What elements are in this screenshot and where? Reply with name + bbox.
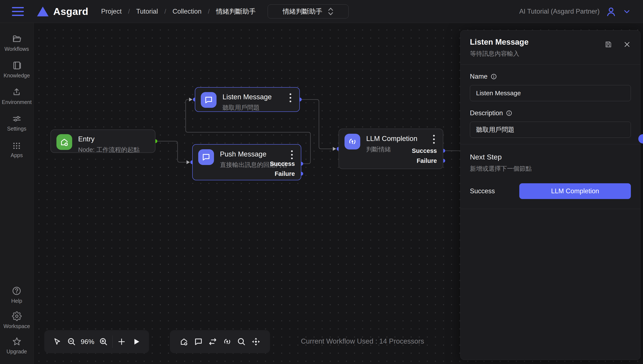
info-icon xyxy=(491,73,497,80)
sidebar-item-upgrade[interactable]: Upgrade xyxy=(7,336,27,355)
sidebar-item-workspace[interactable]: Workspace xyxy=(4,311,30,329)
message-bubble-icon xyxy=(198,149,214,165)
canvas-toolbar-zoom: 96% xyxy=(44,330,149,353)
output-label-success: Success xyxy=(270,160,295,167)
user-avatar-icon[interactable] xyxy=(605,6,617,17)
edge-entry-to-push xyxy=(155,141,186,162)
node-title: LLM Completion xyxy=(366,134,417,143)
add-entry-node-icon[interactable] xyxy=(178,336,189,347)
panel-header: Listen Message 等待訊息內容輸入 xyxy=(461,30,640,65)
add-message-node-icon[interactable] xyxy=(193,336,204,347)
node-menu-kebab-icon[interactable] xyxy=(286,93,295,103)
workflow-select[interactable]: 情緒判斷助手 xyxy=(268,4,349,18)
sidebar-item-settings[interactable]: Settings xyxy=(7,114,26,132)
breadcrumb-tutorial[interactable]: Tutorial xyxy=(136,8,158,15)
sidebar-label: Workspace xyxy=(4,323,30,329)
node-llm-completion[interactable]: LLM Completion 判斷情緒 Success Failure xyxy=(339,129,443,169)
hamburger-menu-icon[interactable] xyxy=(12,7,24,16)
close-icon[interactable] xyxy=(622,40,632,49)
gear-icon xyxy=(12,311,22,321)
sidebar-label: Apps xyxy=(11,152,23,158)
node-menu-kebab-icon[interactable] xyxy=(430,134,438,144)
output-label-failure: Failure xyxy=(275,170,295,177)
add-llm-node-icon[interactable] xyxy=(222,336,233,347)
grid-icon xyxy=(12,140,22,150)
select-cursor-icon[interactable] xyxy=(52,336,63,347)
node-title: Push Message xyxy=(220,150,288,158)
workflow-select-value: 情緒判斷助手 xyxy=(283,7,322,16)
breadcrumb-separator: / xyxy=(208,8,209,15)
sidebar-label: Workflows xyxy=(5,46,29,52)
sidebar-label: Knowledge xyxy=(4,72,30,79)
sidebar-item-apps[interactable]: Apps xyxy=(11,140,23,158)
breadcrumb: Project / Tutorial / Collection / 情緒判斷助手 xyxy=(101,7,256,16)
add-switch-node-icon[interactable] xyxy=(207,336,218,347)
message-bubble-icon xyxy=(201,92,217,108)
fit-view-move-icon[interactable] xyxy=(250,336,262,347)
sidebar-item-help[interactable]: Help xyxy=(11,286,22,304)
sidebar-label: Environment xyxy=(2,99,32,105)
search-icon[interactable] xyxy=(236,336,247,347)
zoom-level: 96% xyxy=(81,338,94,346)
sidebar-label: Help xyxy=(11,298,22,304)
success-branch-label: Success xyxy=(470,187,495,195)
canvas-toolbar-nodes xyxy=(170,330,270,353)
node-config-panel: Listen Message 等待訊息內容輸入 Name xyxy=(460,30,640,360)
workflow-editor-app: Asgard Project / Tutorial / Collection /… xyxy=(0,0,643,364)
account-chevron-down-icon[interactable] xyxy=(622,7,631,16)
sidebar-item-environment[interactable]: Environment xyxy=(2,87,32,105)
save-icon[interactable] xyxy=(604,40,613,49)
toolbar-divider xyxy=(112,336,113,348)
next-step-title: Next Step xyxy=(470,153,631,161)
next-step-subtitle: 新增或選擇下一個節點 xyxy=(470,164,631,173)
breadcrumb-separator: / xyxy=(164,8,166,15)
breadcrumb-project[interactable]: Project xyxy=(101,8,122,15)
edge-listen-to-llm xyxy=(300,100,332,149)
name-field-label: Name xyxy=(470,73,631,80)
top-bar: Asgard Project / Tutorial / Collection /… xyxy=(0,0,643,23)
account-label: AI Tutorial (Asgard Partner) xyxy=(519,8,599,15)
description-field-label: Description xyxy=(470,109,631,117)
description-input[interactable] xyxy=(470,122,631,138)
node-title: Entry xyxy=(78,135,139,143)
node-subtitle: 聽取用戶問題 xyxy=(223,104,272,112)
panel-form: Name Description xyxy=(461,65,640,144)
sidebar-item-workflows[interactable]: Workflows xyxy=(5,34,29,52)
next-step-section: Next Step 新增或選擇下一個節點 Success LLM Complet… xyxy=(461,144,640,209)
node-subtitle: 判斷情緒 xyxy=(366,145,417,154)
edge-arrow xyxy=(189,98,192,102)
entry-node-icon xyxy=(56,134,72,150)
book-icon xyxy=(12,60,22,70)
star-icon xyxy=(12,336,22,346)
add-node-plus-icon[interactable] xyxy=(116,336,127,347)
help-circle-icon xyxy=(12,286,22,296)
sidebar-label: Upgrade xyxy=(7,348,27,355)
edge-arrow xyxy=(333,147,336,151)
node-menu-kebab-icon[interactable] xyxy=(288,150,296,160)
node-entry[interactable]: Entry Node: 工作流程的起點 xyxy=(51,130,155,153)
node-listen-message[interactable]: Listen Message 聽取用戶問題 xyxy=(195,87,300,112)
node-push-message[interactable]: Push Message 直接輸出訊息的回應內容 Success Failure xyxy=(192,144,301,180)
breadcrumb-current-workflow[interactable]: 情緒判斷助手 xyxy=(216,7,256,16)
zoom-in-icon[interactable] xyxy=(98,336,109,347)
upload-icon xyxy=(12,87,22,97)
chevron-updown-icon xyxy=(328,7,333,16)
brand-name: Asgard xyxy=(53,6,88,17)
breadcrumb-separator: / xyxy=(128,8,130,15)
breadcrumb-collection[interactable]: Collection xyxy=(172,8,201,15)
sidebar-item-knowledge[interactable]: Knowledge xyxy=(4,60,30,79)
asgard-logo-icon xyxy=(37,6,49,16)
node-subtitle: Node: 工作流程的起點 xyxy=(78,146,139,154)
info-icon xyxy=(506,110,512,116)
name-input[interactable] xyxy=(470,85,631,101)
edge-arrow xyxy=(186,160,190,164)
node-title: Listen Message xyxy=(223,93,272,101)
output-label-failure: Failure xyxy=(417,157,437,164)
sliders-icon xyxy=(12,114,22,124)
output-label-success: Success xyxy=(412,147,437,154)
top-right-account: AI Tutorial (Asgard Partner) xyxy=(519,6,631,17)
brand: Asgard xyxy=(37,6,88,17)
next-step-target-button[interactable]: LLM Completion xyxy=(519,183,631,199)
run-workflow-play-icon[interactable] xyxy=(131,336,142,347)
zoom-out-icon[interactable] xyxy=(66,336,77,347)
